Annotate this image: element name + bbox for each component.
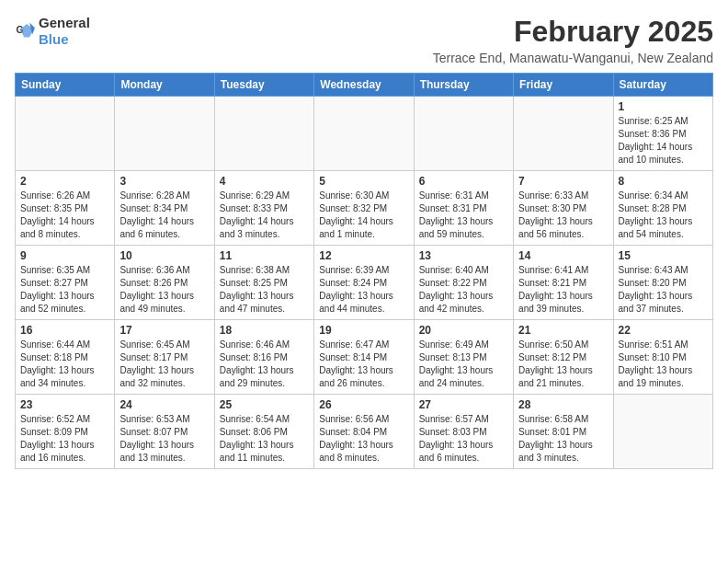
calendar-cell: 12Sunrise: 6:39 AM Sunset: 8:24 PM Dayli… — [314, 246, 414, 320]
calendar-cell: 27Sunrise: 6:57 AM Sunset: 8:03 PM Dayli… — [414, 395, 513, 469]
day-number: 28 — [518, 398, 608, 411]
day-info: Sunrise: 6:57 AM Sunset: 8:03 PM Dayligh… — [419, 413, 508, 465]
weekday-header-thursday: Thursday — [414, 74, 513, 97]
calendar-cell: 4Sunrise: 6:29 AM Sunset: 8:33 PM Daylig… — [214, 171, 313, 246]
day-number: 14 — [518, 249, 608, 262]
calendar-cell: 3Sunrise: 6:28 AM Sunset: 8:34 PM Daylig… — [115, 171, 214, 246]
month-title: February 2025 — [433, 15, 713, 49]
day-number: 6 — [419, 175, 508, 188]
calendar-cell: 11Sunrise: 6:38 AM Sunset: 8:25 PM Dayli… — [214, 246, 313, 320]
day-number: 7 — [518, 175, 608, 188]
day-info: Sunrise: 6:28 AM Sunset: 8:34 PM Dayligh… — [119, 190, 209, 241]
day-info: Sunrise: 6:52 AM Sunset: 8:09 PM Dayligh… — [20, 413, 109, 465]
weekday-header-saturday: Saturday — [613, 74, 712, 97]
day-number: 15 — [619, 249, 708, 262]
day-number: 12 — [319, 249, 408, 262]
day-info: Sunrise: 6:34 AM Sunset: 8:28 PM Dayligh… — [619, 190, 708, 241]
day-info: Sunrise: 6:35 AM Sunset: 8:27 PM Dayligh… — [20, 264, 109, 316]
calendar-cell: 6Sunrise: 6:31 AM Sunset: 8:31 PM Daylig… — [414, 171, 513, 246]
logo-icon: G — [15, 21, 35, 41]
day-info: Sunrise: 6:51 AM Sunset: 8:10 PM Dayligh… — [619, 339, 708, 390]
day-info: Sunrise: 6:25 AM Sunset: 8:36 PM Dayligh… — [619, 115, 708, 167]
calendar-cell — [514, 97, 613, 171]
day-info: Sunrise: 6:36 AM Sunset: 8:26 PM Dayligh… — [119, 264, 209, 316]
weekday-header-monday: Monday — [115, 74, 214, 97]
day-info: Sunrise: 6:54 AM Sunset: 8:06 PM Dayligh… — [220, 413, 309, 465]
day-info: Sunrise: 6:49 AM Sunset: 8:13 PM Dayligh… — [419, 339, 508, 390]
day-info: Sunrise: 6:47 AM Sunset: 8:14 PM Dayligh… — [319, 339, 408, 390]
day-info: Sunrise: 6:26 AM Sunset: 8:35 PM Dayligh… — [20, 190, 109, 241]
calendar-cell: 19Sunrise: 6:47 AM Sunset: 8:14 PM Dayli… — [314, 320, 414, 395]
weekday-header-wednesday: Wednesday — [314, 74, 414, 97]
day-info: Sunrise: 6:40 AM Sunset: 8:22 PM Dayligh… — [419, 264, 508, 316]
day-number: 20 — [419, 324, 508, 337]
day-number: 18 — [220, 324, 309, 337]
day-number: 13 — [419, 249, 508, 262]
calendar-cell: 18Sunrise: 6:46 AM Sunset: 8:16 PM Dayli… — [214, 320, 313, 395]
day-info: Sunrise: 6:53 AM Sunset: 8:07 PM Dayligh… — [119, 413, 209, 465]
calendar-cell — [115, 97, 214, 171]
calendar-cell — [414, 97, 513, 171]
calendar-cell: 17Sunrise: 6:45 AM Sunset: 8:17 PM Dayli… — [115, 320, 214, 395]
calendar-cell: 15Sunrise: 6:43 AM Sunset: 8:20 PM Dayli… — [613, 246, 712, 320]
calendar-week-4: 16Sunrise: 6:44 AM Sunset: 8:18 PM Dayli… — [16, 320, 713, 395]
day-number: 11 — [220, 249, 309, 262]
weekday-header-tuesday: Tuesday — [214, 74, 313, 97]
day-info: Sunrise: 6:45 AM Sunset: 8:17 PM Dayligh… — [119, 339, 209, 390]
calendar-cell: 10Sunrise: 6:36 AM Sunset: 8:26 PM Dayli… — [115, 246, 214, 320]
calendar-cell: 14Sunrise: 6:41 AM Sunset: 8:21 PM Dayli… — [514, 246, 613, 320]
day-number: 22 — [619, 324, 708, 337]
day-number: 17 — [119, 324, 209, 337]
calendar-cell: 13Sunrise: 6:40 AM Sunset: 8:22 PM Dayli… — [414, 246, 513, 320]
calendar-week-1: 1Sunrise: 6:25 AM Sunset: 8:36 PM Daylig… — [16, 97, 713, 171]
day-info: Sunrise: 6:58 AM Sunset: 8:01 PM Dayligh… — [518, 413, 608, 465]
calendar-week-5: 23Sunrise: 6:52 AM Sunset: 8:09 PM Dayli… — [16, 395, 713, 469]
day-number: 8 — [619, 175, 708, 188]
day-number: 9 — [20, 249, 109, 262]
day-number: 27 — [419, 398, 508, 411]
day-info: Sunrise: 6:39 AM Sunset: 8:24 PM Dayligh… — [319, 264, 408, 316]
day-number: 1 — [619, 100, 708, 113]
calendar-cell — [314, 97, 414, 171]
day-info: Sunrise: 6:56 AM Sunset: 8:04 PM Dayligh… — [319, 413, 408, 465]
calendar-cell: 21Sunrise: 6:50 AM Sunset: 8:12 PM Dayli… — [514, 320, 613, 395]
calendar-cell: 25Sunrise: 6:54 AM Sunset: 8:06 PM Dayli… — [214, 395, 313, 469]
calendar-cell — [214, 97, 313, 171]
day-number: 3 — [119, 175, 209, 188]
logo-blue: Blue — [39, 31, 69, 47]
calendar-cell: 23Sunrise: 6:52 AM Sunset: 8:09 PM Dayli… — [16, 395, 115, 469]
calendar-cell: 2Sunrise: 6:26 AM Sunset: 8:35 PM Daylig… — [16, 171, 115, 246]
day-number: 26 — [319, 398, 408, 411]
calendar-cell: 1Sunrise: 6:25 AM Sunset: 8:36 PM Daylig… — [613, 97, 712, 171]
calendar-cell: 28Sunrise: 6:58 AM Sunset: 8:01 PM Dayli… — [514, 395, 613, 469]
logo: G General Blue — [15, 15, 90, 48]
day-number: 2 — [20, 175, 109, 188]
day-number: 21 — [518, 324, 608, 337]
day-number: 19 — [319, 324, 408, 337]
day-number: 25 — [220, 398, 309, 411]
day-info: Sunrise: 6:31 AM Sunset: 8:31 PM Dayligh… — [419, 190, 508, 241]
day-info: Sunrise: 6:30 AM Sunset: 8:32 PM Dayligh… — [319, 190, 408, 241]
title-block: February 2025 Terrace End, Manawatu-Wang… — [433, 15, 713, 65]
day-info: Sunrise: 6:46 AM Sunset: 8:16 PM Dayligh… — [220, 339, 309, 390]
calendar-cell: 8Sunrise: 6:34 AM Sunset: 8:28 PM Daylig… — [613, 171, 712, 246]
weekday-header-friday: Friday — [514, 74, 613, 97]
calendar-cell — [16, 97, 115, 171]
calendar-cell: 5Sunrise: 6:30 AM Sunset: 8:32 PM Daylig… — [314, 171, 414, 246]
location-subtitle: Terrace End, Manawatu-Wanganui, New Zeal… — [433, 51, 713, 65]
day-info: Sunrise: 6:50 AM Sunset: 8:12 PM Dayligh… — [518, 339, 608, 390]
calendar-table: SundayMondayTuesdayWednesdayThursdayFrid… — [15, 73, 713, 469]
day-number: 23 — [20, 398, 109, 411]
calendar-week-3: 9Sunrise: 6:35 AM Sunset: 8:27 PM Daylig… — [16, 246, 713, 320]
calendar-cell: 26Sunrise: 6:56 AM Sunset: 8:04 PM Dayli… — [314, 395, 414, 469]
page-header: G General Blue February 2025 Terrace End… — [15, 15, 713, 65]
day-info: Sunrise: 6:41 AM Sunset: 8:21 PM Dayligh… — [518, 264, 608, 316]
calendar-cell: 24Sunrise: 6:53 AM Sunset: 8:07 PM Dayli… — [115, 395, 214, 469]
day-info: Sunrise: 6:29 AM Sunset: 8:33 PM Dayligh… — [220, 190, 309, 241]
calendar-cell: 7Sunrise: 6:33 AM Sunset: 8:30 PM Daylig… — [514, 171, 613, 246]
calendar-week-2: 2Sunrise: 6:26 AM Sunset: 8:35 PM Daylig… — [16, 171, 713, 246]
calendar-cell: 20Sunrise: 6:49 AM Sunset: 8:13 PM Dayli… — [414, 320, 513, 395]
day-number: 10 — [119, 249, 209, 262]
day-number: 16 — [20, 324, 109, 337]
day-info: Sunrise: 6:43 AM Sunset: 8:20 PM Dayligh… — [619, 264, 708, 316]
